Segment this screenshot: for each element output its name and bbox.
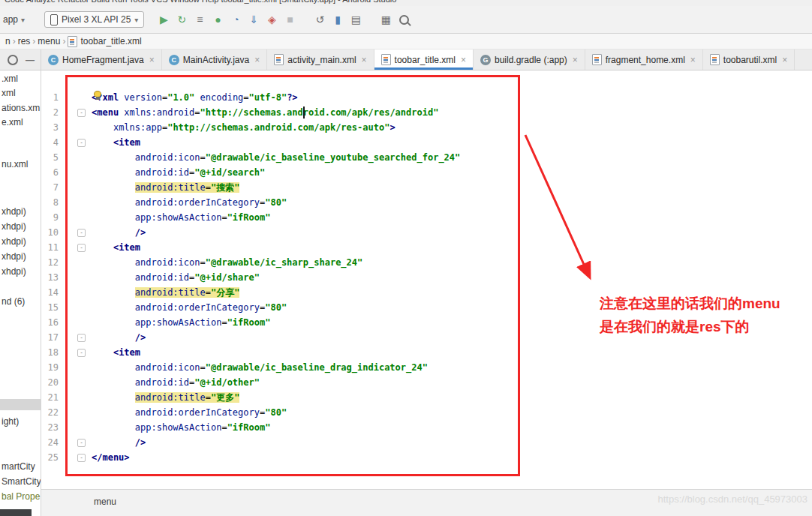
- breadcrumb-item[interactable]: toobar_title.xml: [68, 36, 141, 47]
- code-line-text[interactable]: android:orderInCategory="80": [92, 195, 287, 210]
- close-icon[interactable]: ×: [362, 55, 367, 65]
- close-icon[interactable]: ×: [254, 55, 260, 65]
- code-line-text[interactable]: <?xml version="1.0" encoding="utf-8"?>: [92, 90, 298, 105]
- apply-changes-icon[interactable]: ↻: [173, 11, 191, 28]
- tab-fragment-home-xml[interactable]: fragment_home.xml×: [585, 50, 703, 70]
- resource-manager-icon[interactable]: ◈: [263, 11, 281, 28]
- code-line-text[interactable]: android:title="搜索": [92, 180, 239, 195]
- tree-item[interactable]: SmartCity: [2, 476, 41, 487]
- code-line-text[interactable]: app:showAsAction="ifRoom": [92, 315, 270, 330]
- code-line-text[interactable]: />: [92, 225, 146, 240]
- code-line-text[interactable]: android:title="分享": [92, 285, 239, 300]
- code-line-text[interactable]: android:orderInCategory="80": [92, 405, 287, 420]
- breadcrumb-item-label: res: [18, 36, 31, 46]
- fold-marker-icon[interactable]: -: [77, 439, 86, 447]
- tree-item[interactable]: bal Prope: [2, 491, 40, 502]
- code-token: [92, 332, 135, 343]
- close-icon[interactable]: ×: [573, 55, 578, 65]
- code-line: 25-</menu>: [41, 450, 812, 465]
- intention-bulb-icon[interactable]: [93, 91, 102, 100]
- tree-item[interactable]: .xml: [2, 74, 18, 84]
- code-line-text[interactable]: xmlns:app="http://schemas.android.com/ap…: [92, 120, 395, 135]
- debug-bug-icon[interactable]: ●: [209, 11, 227, 28]
- code-line-text[interactable]: android:orderInCategory="80": [92, 300, 287, 315]
- close-icon[interactable]: ×: [782, 55, 787, 65]
- device-selector-dropdown[interactable]: Pixel 3 XL API 25 ▾: [44, 11, 144, 28]
- tab-activity-main-xml[interactable]: activity_main.xml×: [267, 50, 374, 70]
- line-number: 23: [41, 422, 59, 433]
- attach-debugger-icon[interactable]: ⇓: [245, 11, 263, 28]
- tab-build-gradle-app-[interactable]: Gbuild.gradle (:app)×: [474, 50, 585, 70]
- tree-item[interactable]: ations.xm: [2, 103, 40, 113]
- tree-item[interactable]: xhdpi): [2, 266, 26, 277]
- java-class-icon: C: [169, 55, 179, 65]
- tree-item[interactable]: xhdpi): [2, 251, 26, 262]
- run-configuration-dropdown[interactable]: app ▾: [3, 14, 25, 25]
- fold-marker-icon[interactable]: -: [77, 349, 86, 357]
- code-token: [92, 137, 113, 148]
- tree-item[interactable]: nd (6): [2, 296, 25, 307]
- bottom-bar: menu https://blog.csdn.net/qq_45973003: [41, 489, 812, 516]
- profile-icon[interactable]: ◔: [227, 11, 245, 28]
- code-line-text[interactable]: <menu xmlns:android="http://schemas.andr…: [92, 105, 438, 120]
- tab-toobarutil-xml[interactable]: toobarutil.xml×: [703, 50, 795, 70]
- tree-item[interactable]: xhdpi): [2, 206, 26, 217]
- code-line-text[interactable]: app:showAsAction="ifRoom": [92, 210, 270, 225]
- fold-marker-icon[interactable]: -: [77, 334, 86, 342]
- tree-item[interactable]: xhdpi): [2, 236, 26, 247]
- editor-tab-bar: — CHomeFragment.java×CMainActivity.java×…: [0, 50, 812, 70]
- sync-project-icon[interactable]: ↺: [311, 11, 329, 28]
- code-line-text[interactable]: app:showAsAction="ifRoom": [92, 420, 270, 435]
- apply-code-changes-icon[interactable]: ≡: [191, 11, 209, 28]
- code-line-text[interactable]: <item: [92, 240, 140, 255]
- tree-item[interactable]: xhdpi): [2, 221, 26, 232]
- code-token: [92, 437, 135, 448]
- tab-homefragment-java[interactable]: CHomeFragment.java×: [41, 50, 162, 70]
- tab-toobar-title-xml[interactable]: toobar_title.xml×: [374, 50, 474, 70]
- search-everywhere-icon[interactable]: [395, 11, 413, 28]
- tree-item[interactable]: ight): [2, 416, 19, 427]
- code-line-text[interactable]: android:id="@+id/other": [92, 375, 260, 390]
- code-line-text[interactable]: />: [92, 330, 146, 345]
- close-icon[interactable]: ×: [149, 55, 155, 65]
- code-line-text[interactable]: android:icon="@drawable/ic_sharp_share_2…: [92, 255, 362, 270]
- code-line-text[interactable]: <item: [92, 345, 140, 360]
- tab-mainactivity-java[interactable]: CMainActivity.java×: [162, 50, 268, 70]
- layout-inspector-icon[interactable]: ▦: [377, 11, 395, 28]
- hide-panel-icon[interactable]: —: [26, 55, 35, 65]
- breadcrumb-item[interactable]: res: [18, 36, 31, 46]
- device-manager-icon[interactable]: ▮: [329, 11, 347, 28]
- code-editor[interactable]: 1<?xml version="1.0" encoding="utf-8"?>2…: [41, 70, 812, 489]
- code-token: [92, 287, 135, 298]
- fold-marker-icon[interactable]: -: [77, 139, 86, 147]
- sdk-manager-icon[interactable]: ▤: [347, 11, 365, 28]
- close-icon[interactable]: ×: [690, 55, 696, 65]
- close-icon[interactable]: ×: [461, 55, 466, 65]
- code-token: [92, 182, 135, 193]
- tree-item[interactable]: xml: [2, 88, 16, 98]
- tree-item[interactable]: e.xml: [2, 117, 23, 128]
- breadcrumb-item[interactable]: menu: [38, 36, 60, 46]
- code-line-text[interactable]: android:id="@+id/share": [92, 270, 260, 285]
- run-icon[interactable]: ▶: [155, 11, 173, 28]
- fold-marker-icon[interactable]: -: [77, 454, 86, 462]
- code-line-text[interactable]: </menu>: [92, 450, 130, 465]
- stop-icon[interactable]: ■: [281, 11, 299, 28]
- code-line-text[interactable]: android:id="@+id/search": [92, 165, 265, 180]
- tree-item[interactable]: martCity: [2, 461, 35, 472]
- code-line-text[interactable]: android:icon="@drawable/ic_baseline_drag…: [92, 360, 428, 375]
- menu-bar-items[interactable]: Code Analyze Refactor Build Run Tools VC…: [5, 0, 396, 4]
- code-line-text[interactable]: android:icon="@drawable/ic_baseline_yout…: [92, 150, 460, 165]
- fold-marker-icon[interactable]: -: [77, 244, 86, 252]
- code-line-text[interactable]: />: [92, 435, 146, 450]
- tree-selected-row[interactable]: [0, 399, 41, 410]
- fold-marker-icon[interactable]: -: [77, 229, 86, 237]
- code-line-text[interactable]: android:title="更多": [92, 390, 239, 405]
- tree-item[interactable]: nu.xml: [2, 159, 28, 170]
- breadcrumb-item[interactable]: n: [5, 36, 11, 46]
- gear-icon[interactable]: [8, 55, 18, 65]
- search-icon: [399, 15, 409, 25]
- code-line-text[interactable]: <item: [92, 135, 140, 150]
- xml-structure-breadcrumb[interactable]: menu: [94, 496, 116, 507]
- fold-marker-icon[interactable]: -: [77, 109, 86, 117]
